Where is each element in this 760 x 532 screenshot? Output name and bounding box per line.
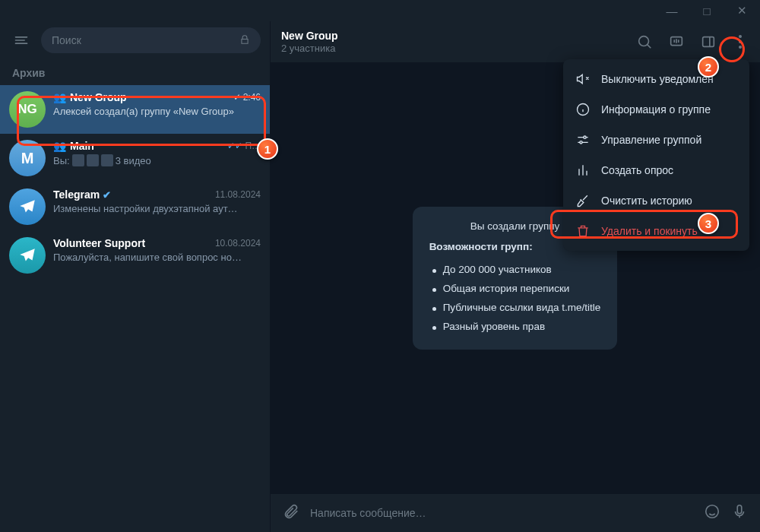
message-input[interactable] xyxy=(310,507,693,519)
info-icon xyxy=(575,102,591,117)
info-card-item: Разный уровень прав xyxy=(429,317,601,336)
avatar: NG xyxy=(9,91,46,128)
info-card-item: Общая история переписки xyxy=(429,279,601,298)
chat-name: Volunteer Support xyxy=(53,237,145,249)
emoji-icon xyxy=(704,503,720,520)
menu-clear-history[interactable]: Очистить историю xyxy=(563,185,749,216)
menu-group-info[interactable]: Информация о группе xyxy=(563,94,749,125)
main-chat-area: New Group 2 участника Вы создали группу … xyxy=(270,21,760,532)
chat-item-main[interactable]: M 👥 Main ✓✓ П… Вы: 3 видео xyxy=(0,134,270,182)
broom-icon xyxy=(575,193,591,208)
chat-name: New Group xyxy=(70,91,127,103)
chat-preview: Изменены настройки двухэтапной аут… xyxy=(53,203,261,214)
menu-create-poll[interactable]: Создать опрос xyxy=(563,155,749,185)
menu-mute-notifications[interactable]: Выключить уведомлен xyxy=(563,64,749,94)
trash-icon xyxy=(575,223,591,239)
avatar xyxy=(9,237,46,274)
search-input[interactable]: Поиск xyxy=(41,27,261,53)
avatar xyxy=(9,188,46,225)
chat-time: ✓ 2:46 xyxy=(233,92,261,103)
paperclip-icon xyxy=(283,503,299,520)
panel-icon xyxy=(700,33,717,50)
svg-point-5 xyxy=(580,141,582,144)
chat-preview: Пожалуйста, напишите свой вопрос но… xyxy=(53,252,261,263)
annotation-badge-3: 3 xyxy=(698,213,719,234)
window-titlebar: — □ ✕ xyxy=(0,0,760,21)
chat-time: 11.08.2024 xyxy=(215,189,261,200)
emoji-button[interactable] xyxy=(704,503,720,523)
voice-button[interactable] xyxy=(731,503,748,523)
menu-delete-and-leave[interactable]: Удалить и покинуть xyxy=(563,216,749,246)
microphone-icon xyxy=(731,503,748,520)
window-close[interactable]: ✕ xyxy=(730,0,754,21)
chat-header-subtitle: 2 участника xyxy=(281,43,635,54)
info-card-item: Публичные ссылки вида t.me/title xyxy=(429,298,601,317)
video-thumb-icon xyxy=(87,154,99,166)
more-options-button[interactable] xyxy=(731,33,749,51)
message-input-bar xyxy=(270,494,760,532)
avatar: M xyxy=(9,140,46,176)
poll-icon xyxy=(575,163,591,178)
annotation-badge-2: 2 xyxy=(698,56,719,78)
chat-name: Telegram ✔ xyxy=(53,188,111,201)
call-button[interactable] xyxy=(667,33,686,51)
chat-item-new-group[interactable]: NG 👥 New Group ✓ 2:46 Алексей создал(а) … xyxy=(0,85,270,134)
settings-icon xyxy=(575,132,591,147)
attach-button[interactable] xyxy=(283,503,299,523)
side-panel-button[interactable] xyxy=(699,33,717,51)
menu-icon xyxy=(14,33,29,48)
search-button[interactable] xyxy=(635,33,654,51)
chat-header-title: New Group xyxy=(281,30,635,42)
video-thumb-icon xyxy=(72,154,84,166)
mute-icon xyxy=(575,71,591,87)
search-icon xyxy=(636,33,653,50)
svg-rect-7 xyxy=(737,505,742,514)
svg-rect-2 xyxy=(703,37,714,47)
archive-section-label: Архив xyxy=(0,59,270,85)
telegram-icon xyxy=(17,197,37,217)
search-placeholder: Поиск xyxy=(52,34,81,46)
window-minimize[interactable]: — xyxy=(660,0,684,21)
window-maximize[interactable]: □ xyxy=(695,0,719,21)
chat-preview: Вы: 3 видео xyxy=(53,154,261,166)
sidebar: Поиск Архив NG 👥 New Group ✓ 2:46 Алексе… xyxy=(0,21,270,532)
svg-point-0 xyxy=(639,36,649,46)
voice-chat-icon xyxy=(668,33,685,50)
chat-header[interactable]: New Group 2 участника xyxy=(270,21,760,62)
chat-item-volunteer-support[interactable]: Volunteer Support 10.08.2024 Пожалуйста,… xyxy=(0,231,270,280)
annotation-badge-1: 1 xyxy=(257,138,278,160)
svg-point-4 xyxy=(584,136,586,138)
group-icon: 👥 xyxy=(53,140,66,152)
svg-point-6 xyxy=(706,505,719,518)
hamburger-menu-button[interactable] xyxy=(9,28,33,52)
options-dropdown: Выключить уведомлен Информация о группе … xyxy=(563,59,749,251)
group-icon: 👥 xyxy=(53,91,66,103)
chat-time: ✓✓ П… xyxy=(227,141,261,151)
video-thumb-icon xyxy=(101,154,113,166)
menu-manage-group[interactable]: Управление группой xyxy=(563,125,749,155)
support-icon xyxy=(17,245,37,265)
info-card-item: До 200 000 участников xyxy=(429,260,601,279)
chat-name: Main xyxy=(70,140,94,152)
lock-icon xyxy=(239,34,250,47)
chat-preview: Алексей создал(а) группу «New Group» xyxy=(53,106,261,117)
verified-icon: ✔ xyxy=(103,189,111,201)
chat-time: 10.08.2024 xyxy=(215,238,261,249)
chat-item-telegram[interactable]: Telegram ✔ 11.08.2024 Изменены настройки… xyxy=(0,182,270,231)
